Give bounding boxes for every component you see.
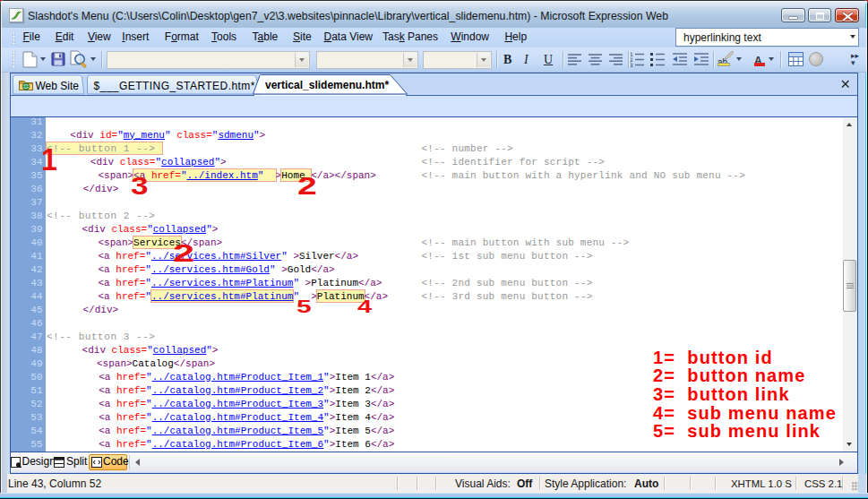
svg-text:3: 3 [630,62,633,67]
